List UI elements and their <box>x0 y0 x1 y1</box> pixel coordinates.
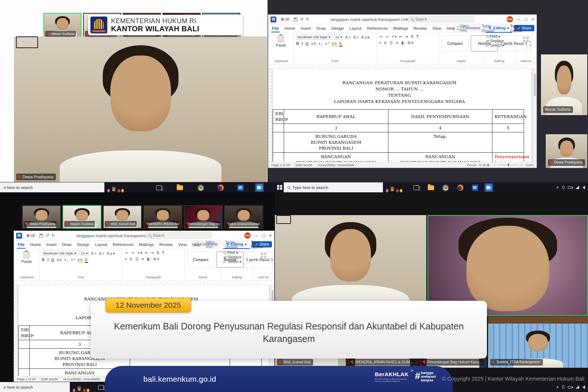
ribbon-tab[interactable]: Draw <box>62 242 72 247</box>
horizontal-ruler[interactable] <box>268 64 537 69</box>
ribbon-tab[interactable]: Draw <box>316 26 326 31</box>
minimize-button[interactable]: — <box>517 17 520 21</box>
italic-button[interactable]: I <box>302 42 304 46</box>
highlight-button[interactable]: ab <box>332 41 338 47</box>
ribbon-tab[interactable]: Table Design <box>482 24 505 33</box>
document-page[interactable]: RANCANGAN PERATURAN BUPATI KARANGASEMNOM… <box>273 69 531 162</box>
task-view-icon[interactable] <box>96 383 105 392</box>
page-indicator[interactable]: Page 1 of 20 <box>271 163 290 167</box>
file-explorer-icon[interactable] <box>175 183 184 192</box>
firefox-icon[interactable] <box>216 183 225 192</box>
file-explorer-icon[interactable] <box>426 183 435 192</box>
find-button[interactable]: Find ▾ <box>486 35 513 39</box>
close-button[interactable]: ✕ <box>269 234 272 238</box>
redo-icon[interactable]: ↻ <box>306 17 309 22</box>
font-color-button[interactable]: A <box>85 257 88 263</box>
ribbon-tab[interactable]: Review <box>159 242 172 247</box>
side-panel-tile[interactable]: Dewa Pradnyana <box>546 134 587 168</box>
ribbon-tab[interactable]: View <box>178 242 187 247</box>
account-avatar[interactable]: WS <box>244 232 251 239</box>
participant-tile[interactable]: WENDRA IRBAN INVE... <box>143 205 182 229</box>
bold-button[interactable]: B <box>296 41 300 46</box>
ribbon-tab[interactable]: References <box>367 26 388 31</box>
underline-button[interactable]: U <box>306 41 309 46</box>
ribbon-tab[interactable]: Layout <box>349 26 362 31</box>
style-compact[interactable]: Compact <box>187 252 214 268</box>
paragraph-icons-row1[interactable]: ≔ ≕ ≡▾ ⇤ ⇥ ⇅ ¶ <box>379 34 437 39</box>
word-search-box[interactable]: Search <box>146 232 212 239</box>
ribbon-tab[interactable]: Home <box>284 26 295 31</box>
zoom-taskbar-icon[interactable] <box>484 183 493 192</box>
accessibility-status[interactable]: Accessibility: Unavailable <box>318 163 355 167</box>
firefox-icon[interactable] <box>456 183 465 192</box>
focus-mode-button[interactable]: Focus <box>467 163 476 167</box>
superscript-button[interactable]: x² <box>325 41 330 46</box>
ribbon-tab[interactable]: Design <box>331 26 344 31</box>
system-tray[interactable]: ∧ <box>556 182 585 192</box>
style-compact[interactable]: Compact <box>441 35 469 51</box>
accessibility-status[interactable]: Accessibility: Unavailable <box>63 377 100 381</box>
paragraph-icons-row2[interactable]: ≡ ≣ ☰ ≋ ◧ ⊞▾ <box>125 257 182 261</box>
undo-icon[interactable]: ↺ <box>300 17 303 22</box>
task-view-icon[interactable] <box>154 183 163 192</box>
main-speaker-video[interactable]: Dewa Pradnyana <box>14 36 267 182</box>
ribbon-tab[interactable]: Design <box>77 242 89 247</box>
ribbon-tab[interactable]: Nitro Pro <box>206 240 220 249</box>
paragraph-icons-row2[interactable]: ≡ ≣ ☰ ≋ ◧ ⊞▾ <box>379 40 437 45</box>
minimize-button[interactable]: — <box>254 234 258 238</box>
autosave-toggle[interactable]: Off <box>279 17 291 22</box>
find-button[interactable]: Find ▾ <box>223 251 250 255</box>
superscript-button[interactable]: x² <box>71 257 76 262</box>
close-button[interactable]: ✕ <box>531 17 534 21</box>
word-app-icon[interactable]: W <box>16 233 22 239</box>
subscript-button[interactable]: x₂ <box>319 41 323 46</box>
taskbar-search-left[interactable]: e here to search <box>0 182 104 192</box>
undo-icon[interactable]: ↺ <box>46 233 49 238</box>
page-indicator[interactable]: Page 1 of 20 <box>17 377 36 381</box>
view-mode-icons[interactable]: ▤▥▦ <box>479 163 491 167</box>
autosave-toggle[interactable]: Off <box>25 234 37 238</box>
underline-button[interactable]: U <box>51 257 55 262</box>
ribbon-tab[interactable]: Help <box>447 26 455 31</box>
participant-tile[interactable]: Perundangan Bag Hu... <box>184 205 223 229</box>
task-view-icon[interactable] <box>412 183 420 192</box>
select-button[interactable]: ▷ Select ▾ <box>223 260 250 264</box>
ribbon-tab[interactable]: View <box>432 26 441 31</box>
redo-icon[interactable]: ↻ <box>51 233 55 238</box>
system-tray[interactable]: ∧ <box>556 382 585 392</box>
horizontal-ruler[interactable] <box>14 281 274 285</box>
ribbon-tab[interactable]: Mailings <box>139 242 154 247</box>
ribbon-tab[interactable]: Insert <box>301 26 311 31</box>
zoom-slider[interactable]: −+ <box>494 163 523 167</box>
ribbon-tab[interactable]: Mailings <box>393 26 408 31</box>
participant-tile[interactable]: Widi_Kanwil Bali <box>103 205 142 229</box>
font-color-button[interactable]: A <box>339 41 343 47</box>
ribbon-tab[interactable]: Table Design <box>225 240 245 249</box>
ribbon-tab[interactable]: Review <box>413 26 427 31</box>
font-size-select[interactable]: 12 ▾ <box>334 34 343 40</box>
bold-button[interactable]: B <box>42 257 46 262</box>
strikethrough-button[interactable]: ab <box>57 257 62 262</box>
ribbon-tab[interactable]: Home <box>30 242 41 247</box>
ribbon-tab[interactable]: Layout <box>95 242 107 247</box>
ribbon-tab[interactable]: Table Layout <box>251 240 271 249</box>
italic-button[interactable]: I <box>47 258 50 262</box>
highlight-button[interactable]: ab <box>78 257 83 263</box>
subscript-button[interactable]: x₂ <box>64 257 69 262</box>
font-name-select[interactable]: Bookman Old Style ▾ <box>296 34 332 40</box>
participant-tile[interactable]: Wayan Sudiana <box>43 13 82 39</box>
replace-button[interactable]: ⇄ Replace <box>486 39 513 43</box>
start-button[interactable] <box>277 182 282 192</box>
participant-tile[interactable]: Agus ariawan//kanwil... <box>224 205 263 229</box>
word-count[interactable]: 3280 words <box>295 163 312 167</box>
ribbon-tab[interactable]: File <box>272 26 279 31</box>
replace-button[interactable]: ⇄ Replace <box>223 255 250 259</box>
ribbon-tab[interactable]: File <box>18 242 25 247</box>
addins-icon[interactable] <box>261 253 266 259</box>
word-taskbar-icon[interactable]: W <box>236 183 245 192</box>
strikethrough-button[interactable]: ab <box>311 41 317 46</box>
chrome-icon[interactable] <box>441 183 450 192</box>
font-size-icons[interactable]: A˄ A˅ Aa▾ <box>345 35 370 39</box>
participant-tile[interactable]: Wayan Sudiana <box>62 205 101 229</box>
font-size-select[interactable]: 12 ▾ <box>79 250 89 256</box>
